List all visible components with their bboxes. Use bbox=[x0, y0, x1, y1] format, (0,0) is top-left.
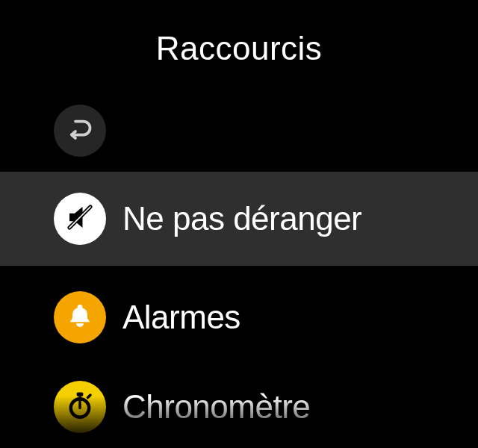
stopwatch-icon bbox=[64, 390, 96, 424]
mute-icon bbox=[64, 202, 96, 236]
list-item-label: Alarmes bbox=[122, 299, 240, 336]
return-arrow-icon bbox=[66, 116, 93, 146]
page-title: Raccourcis bbox=[0, 30, 478, 67]
bell-icon bbox=[65, 301, 95, 334]
list-item-stopwatch[interactable]: Chronomètre bbox=[0, 373, 478, 441]
list-item-label: Ne pas déranger bbox=[122, 200, 361, 237]
svg-rect-3 bbox=[77, 393, 84, 396]
back-button[interactable] bbox=[54, 105, 106, 157]
svg-line-6 bbox=[88, 395, 91, 398]
list-item-label: Chronomètre bbox=[122, 388, 310, 426]
alarms-icon-badge bbox=[54, 291, 106, 343]
shortcuts-screen: Raccourcis Ne pas déranger bbox=[0, 0, 478, 448]
back-row bbox=[54, 105, 106, 157]
list-item-alarms[interactable]: Alarmes bbox=[0, 284, 478, 351]
list-item-dnd[interactable]: Ne pas déranger bbox=[0, 172, 478, 266]
dnd-icon-badge bbox=[54, 193, 106, 245]
stopwatch-icon-badge bbox=[54, 381, 106, 433]
